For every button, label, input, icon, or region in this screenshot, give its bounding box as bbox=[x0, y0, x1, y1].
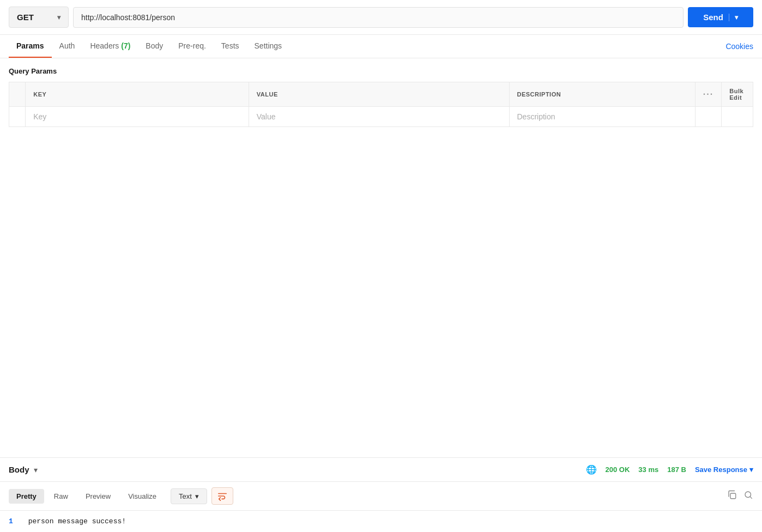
query-params-title: Query Params bbox=[9, 67, 753, 75]
format-tab-raw[interactable]: Raw bbox=[46, 489, 76, 504]
method-select[interactable]: GET ▾ bbox=[9, 7, 69, 28]
divider bbox=[0, 267, 762, 457]
actions-header: ··· bbox=[695, 82, 722, 107]
cookies-link[interactable]: Cookies bbox=[725, 35, 753, 57]
send-button[interactable]: Send ▾ bbox=[688, 7, 753, 27]
wrap-toggle-button[interactable] bbox=[211, 487, 233, 505]
svg-rect-0 bbox=[730, 493, 736, 499]
response-meta: 🌐 200 OK 33 ms 187 B Save Response ▾ bbox=[586, 464, 754, 475]
bulk-edit-cell bbox=[722, 107, 753, 127]
status-badge: 200 OK bbox=[606, 466, 630, 474]
url-input[interactable] bbox=[73, 7, 684, 28]
tab-settings[interactable]: Settings bbox=[247, 35, 290, 58]
method-label: GET bbox=[17, 13, 34, 22]
save-response-chevron-icon: ▾ bbox=[749, 466, 753, 474]
response-section: Body ▾ 🌐 200 OK 33 ms 187 B Save Respons… bbox=[0, 457, 762, 532]
tabs-bar: Params Auth Headers (7) Body Pre-req. Te… bbox=[0, 35, 762, 58]
line-number: 1 bbox=[9, 517, 13, 525]
copy-icon[interactable] bbox=[727, 490, 737, 503]
response-body-label: Body bbox=[9, 465, 29, 474]
tab-prereq[interactable]: Pre-req. bbox=[171, 35, 214, 58]
url-bar: GET ▾ Send ▾ bbox=[0, 0, 762, 35]
tab-auth[interactable]: Auth bbox=[52, 35, 83, 58]
table-row: Key Value Description bbox=[9, 107, 753, 127]
send-label: Send bbox=[703, 13, 723, 22]
tab-body[interactable]: Body bbox=[138, 35, 171, 58]
format-bar: Pretty Raw Preview Visualize Text ▾ bbox=[0, 482, 762, 511]
checkbox-header bbox=[9, 82, 26, 107]
globe-icon: 🌐 bbox=[586, 464, 597, 475]
params-table: KEY VALUE DESCRIPTION ··· Bulk Edit Key bbox=[9, 82, 753, 127]
response-text: person message success! bbox=[28, 517, 126, 525]
value-cell[interactable]: Value bbox=[249, 107, 509, 127]
response-body: 1 person message success! bbox=[0, 511, 762, 532]
text-format-dropdown[interactable]: Text ▾ bbox=[171, 488, 207, 504]
row-actions bbox=[695, 107, 722, 127]
content-area: Query Params KEY VALUE DESCRIPTION ··· B… bbox=[0, 58, 762, 267]
row-checkbox bbox=[9, 107, 26, 127]
format-tab-pretty[interactable]: Pretty bbox=[9, 489, 44, 504]
save-response-button[interactable]: Save Response ▾ bbox=[695, 466, 753, 474]
text-dropdown-chevron-icon: ▾ bbox=[195, 492, 199, 500]
response-size: 187 B bbox=[667, 466, 686, 474]
format-actions bbox=[727, 490, 753, 503]
format-tab-visualize[interactable]: Visualize bbox=[120, 489, 164, 504]
three-dots-icon: ··· bbox=[703, 89, 713, 99]
value-header: VALUE bbox=[249, 82, 509, 107]
search-icon[interactable] bbox=[743, 490, 753, 503]
key-header: KEY bbox=[26, 82, 249, 107]
page-layout: GET ▾ Send ▾ Params Auth Headers (7) Bod… bbox=[0, 0, 762, 532]
description-cell[interactable]: Description bbox=[509, 107, 695, 127]
response-header: Body ▾ 🌐 200 OK 33 ms 187 B Save Respons… bbox=[0, 458, 762, 482]
response-time: 33 ms bbox=[638, 466, 658, 474]
tabs-list: Params Auth Headers (7) Body Pre-req. Te… bbox=[9, 35, 725, 58]
format-tab-preview[interactable]: Preview bbox=[78, 489, 118, 504]
wrap-icon bbox=[217, 491, 227, 501]
tab-headers[interactable]: Headers (7) bbox=[82, 35, 138, 58]
bulk-edit-header: Bulk Edit bbox=[722, 82, 753, 107]
key-cell[interactable]: Key bbox=[26, 107, 249, 127]
description-header: DESCRIPTION bbox=[509, 82, 695, 107]
send-chevron-icon: ▾ bbox=[729, 14, 738, 21]
tab-tests[interactable]: Tests bbox=[214, 35, 247, 58]
method-chevron-icon: ▾ bbox=[57, 14, 61, 21]
response-body-chevron-icon[interactable]: ▾ bbox=[34, 466, 38, 474]
tab-params[interactable]: Params bbox=[9, 35, 52, 58]
